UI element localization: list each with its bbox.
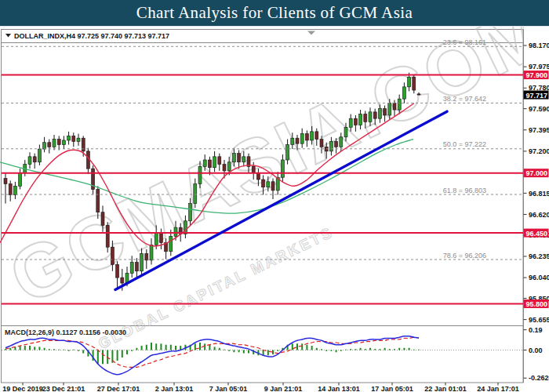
chart-canvas[interactable]: GCMASIA.COMGLOBAL CAPITAL MARKETS23.6 = … bbox=[0, 27, 549, 392]
chart-window: GCMASIA.COMGLOBAL CAPITAL MARKETS23.6 = … bbox=[0, 27, 549, 392]
app-window: Chart Analysis for Clients of GCM Asia G… bbox=[0, 0, 549, 392]
price-axis-drag-zone[interactable] bbox=[524, 27, 549, 383]
price-plot-area[interactable] bbox=[2, 43, 523, 326]
macd-plot-area[interactable] bbox=[2, 326, 523, 383]
symbol-ohlc-text: DOLLAR_INDX,H4 97.725 97.740 97.713 97.7… bbox=[14, 32, 169, 40]
title-bar: Chart Analysis for Clients of GCM Asia bbox=[0, 0, 549, 27]
page-title: Chart Analysis for Clients of GCM Asia bbox=[136, 3, 413, 23]
time-axis-drag-zone[interactable] bbox=[2, 383, 523, 392]
